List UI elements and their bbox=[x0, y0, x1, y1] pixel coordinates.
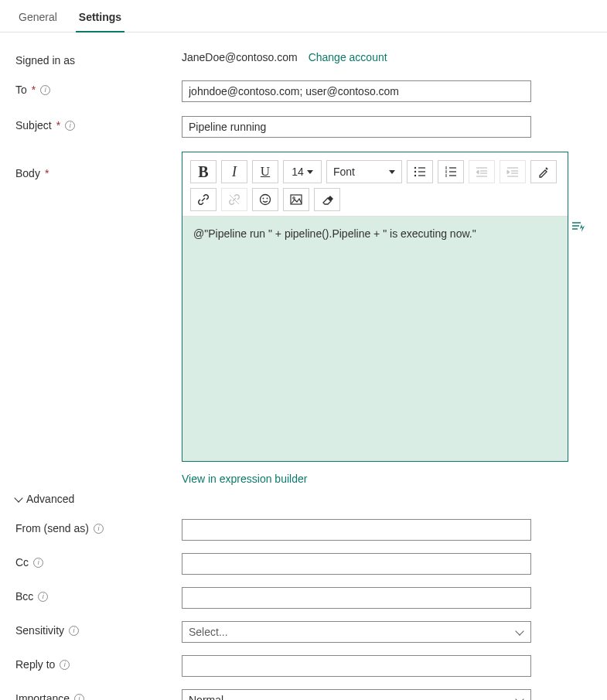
signed-in-email: JaneDoe@contoso.com bbox=[182, 51, 298, 63]
subject-input[interactable] bbox=[182, 116, 531, 138]
info-icon[interactable]: i bbox=[38, 592, 48, 602]
chevron-down-icon bbox=[515, 627, 523, 635]
emoji-icon bbox=[259, 193, 271, 206]
label-body: Body bbox=[15, 167, 40, 179]
eraser-icon bbox=[321, 194, 333, 205]
body-editor: B I U 14 Font bbox=[182, 152, 568, 462]
info-icon[interactable]: i bbox=[94, 524, 104, 534]
chevron-down-icon bbox=[307, 170, 313, 174]
eyedropper-icon bbox=[537, 166, 550, 178]
tabs-bar: General Settings bbox=[0, 0, 607, 32]
change-account-link[interactable]: Change account bbox=[309, 51, 387, 63]
tab-general[interactable]: General bbox=[15, 6, 60, 32]
label-subject: Subject bbox=[15, 119, 52, 131]
dynamic-content-icon bbox=[571, 220, 585, 234]
label-signed-in: Signed in as bbox=[15, 54, 75, 67]
bullet-list-button[interactable] bbox=[407, 160, 433, 183]
numbered-list-icon bbox=[445, 166, 457, 177]
importance-select[interactable]: Normal bbox=[182, 689, 531, 700]
info-icon[interactable]: i bbox=[74, 694, 84, 701]
outdent-button[interactable] bbox=[469, 160, 495, 183]
label-bcc: Bcc bbox=[15, 590, 33, 603]
outdent-icon bbox=[476, 166, 488, 177]
image-icon bbox=[290, 194, 302, 205]
bullet-list-icon bbox=[414, 166, 426, 177]
svg-point-2 bbox=[414, 175, 416, 176]
advanced-toggle[interactable]: Advanced bbox=[15, 493, 592, 505]
svg-point-24 bbox=[261, 195, 271, 205]
unlink-button[interactable] bbox=[221, 188, 247, 211]
info-icon[interactable]: i bbox=[65, 121, 75, 131]
bcc-input[interactable] bbox=[182, 587, 531, 609]
label-sensitivity: Sensitivity bbox=[15, 624, 64, 637]
emoji-button[interactable] bbox=[252, 188, 278, 211]
info-icon[interactable]: i bbox=[33, 558, 43, 568]
link-button[interactable] bbox=[190, 188, 217, 211]
required-star: * bbox=[32, 84, 36, 96]
underline-button[interactable]: U bbox=[252, 160, 278, 183]
info-icon[interactable]: i bbox=[40, 85, 50, 95]
svg-point-28 bbox=[293, 197, 295, 200]
sensitivity-select[interactable]: Select... bbox=[182, 621, 531, 643]
chevron-down-icon bbox=[515, 695, 523, 700]
importance-value: Normal bbox=[189, 694, 223, 700]
indent-icon bbox=[506, 166, 519, 177]
label-from: From (send as) bbox=[15, 522, 89, 534]
info-icon[interactable]: i bbox=[60, 660, 70, 670]
eraser-button[interactable] bbox=[314, 188, 340, 211]
settings-form: Signed in as JaneDoe@contoso.com Change … bbox=[0, 32, 607, 700]
info-icon[interactable]: i bbox=[69, 626, 79, 636]
font-size-select[interactable]: 14 bbox=[283, 160, 322, 183]
link-icon bbox=[197, 193, 210, 206]
indent-button[interactable] bbox=[500, 160, 526, 183]
label-cc: Cc bbox=[15, 556, 29, 569]
svg-point-0 bbox=[414, 167, 416, 169]
svg-point-25 bbox=[263, 198, 264, 200]
body-textarea[interactable]: @"Pipeline run " + pipeline().Pipeline +… bbox=[182, 217, 568, 461]
label-to: To bbox=[15, 84, 27, 96]
from-input[interactable] bbox=[182, 519, 531, 541]
label-reply-to: Reply to bbox=[15, 658, 55, 671]
italic-button[interactable]: I bbox=[221, 160, 247, 183]
label-advanced: Advanced bbox=[26, 493, 74, 505]
bold-button[interactable]: B bbox=[190, 160, 217, 183]
svg-point-1 bbox=[414, 171, 416, 172]
image-button[interactable] bbox=[283, 188, 309, 211]
view-expression-link[interactable]: View in expression builder bbox=[182, 473, 568, 485]
chevron-down-icon bbox=[14, 493, 22, 502]
reply-to-input[interactable] bbox=[182, 655, 531, 677]
unlink-icon bbox=[228, 193, 240, 206]
format-painter-button[interactable] bbox=[530, 160, 557, 183]
editor-toolbar: B I U 14 Font bbox=[182, 152, 568, 217]
cc-input[interactable] bbox=[182, 553, 531, 575]
required-star: * bbox=[45, 167, 49, 179]
numbered-list-button[interactable] bbox=[438, 160, 464, 183]
sensitivity-placeholder: Select... bbox=[189, 626, 228, 638]
to-input[interactable] bbox=[182, 80, 531, 102]
svg-point-26 bbox=[267, 198, 268, 200]
required-star: * bbox=[56, 119, 60, 131]
chevron-down-icon bbox=[389, 170, 395, 174]
font-family-select[interactable]: Font bbox=[326, 160, 402, 183]
label-importance: Importance bbox=[15, 692, 70, 700]
tab-settings[interactable]: Settings bbox=[76, 6, 124, 32]
dynamic-content-button[interactable] bbox=[571, 220, 585, 234]
